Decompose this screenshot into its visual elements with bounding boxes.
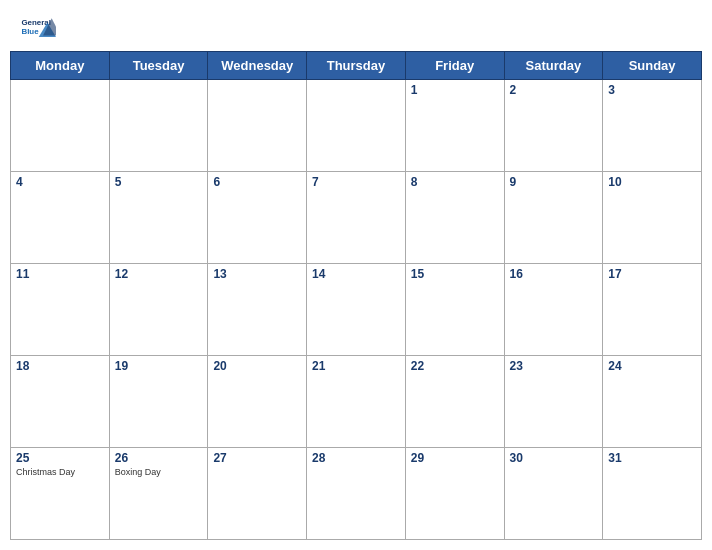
day-number: 13 <box>213 267 301 281</box>
calendar-cell: 14 <box>307 264 406 356</box>
calendar-cell: 12 <box>109 264 208 356</box>
day-number: 8 <box>411 175 499 189</box>
weekday-header-thursday: Thursday <box>307 52 406 80</box>
weekday-header-wednesday: Wednesday <box>208 52 307 80</box>
day-number: 2 <box>510 83 598 97</box>
day-number: 3 <box>608 83 696 97</box>
day-number: 31 <box>608 451 696 465</box>
calendar-cell: 7 <box>307 172 406 264</box>
calendar-cell: 29 <box>405 448 504 540</box>
calendar-cell: 5 <box>109 172 208 264</box>
calendar-header: General Blue <box>10 10 702 51</box>
day-number: 24 <box>608 359 696 373</box>
logo: General Blue <box>20 15 56 43</box>
calendar-cell: 1 <box>405 80 504 172</box>
calendar-cell: 15 <box>405 264 504 356</box>
day-number: 29 <box>411 451 499 465</box>
calendar-cell: 18 <box>11 356 110 448</box>
calendar-cell: 31 <box>603 448 702 540</box>
day-number: 1 <box>411 83 499 97</box>
day-number: 19 <box>115 359 203 373</box>
weekday-header-saturday: Saturday <box>504 52 603 80</box>
calendar-cell <box>11 80 110 172</box>
day-number: 16 <box>510 267 598 281</box>
svg-text:Blue: Blue <box>21 27 39 36</box>
calendar-cell: 16 <box>504 264 603 356</box>
weekday-header-sunday: Sunday <box>603 52 702 80</box>
calendar-cell: 28 <box>307 448 406 540</box>
holiday-label: Boxing Day <box>115 467 203 477</box>
calendar-cell: 23 <box>504 356 603 448</box>
day-number: 23 <box>510 359 598 373</box>
calendar-cell: 20 <box>208 356 307 448</box>
day-number: 10 <box>608 175 696 189</box>
calendar-cell: 10 <box>603 172 702 264</box>
day-number: 21 <box>312 359 400 373</box>
day-number: 30 <box>510 451 598 465</box>
calendar-cell: 25Christmas Day <box>11 448 110 540</box>
day-number: 22 <box>411 359 499 373</box>
day-number: 27 <box>213 451 301 465</box>
weekday-header-tuesday: Tuesday <box>109 52 208 80</box>
day-number: 26 <box>115 451 203 465</box>
calendar-cell: 19 <box>109 356 208 448</box>
day-number: 18 <box>16 359 104 373</box>
calendar-cell <box>208 80 307 172</box>
calendar-week-row: 25Christmas Day26Boxing Day2728293031 <box>11 448 702 540</box>
weekday-header-monday: Monday <box>11 52 110 80</box>
calendar-cell <box>307 80 406 172</box>
calendar-week-row: 123 <box>11 80 702 172</box>
calendar-cell: 27 <box>208 448 307 540</box>
weekday-header-friday: Friday <box>405 52 504 80</box>
day-number: 9 <box>510 175 598 189</box>
calendar-cell: 24 <box>603 356 702 448</box>
calendar-cell: 30 <box>504 448 603 540</box>
day-number: 25 <box>16 451 104 465</box>
calendar-table: MondayTuesdayWednesdayThursdayFridaySatu… <box>10 51 702 540</box>
calendar-cell: 4 <box>11 172 110 264</box>
day-number: 12 <box>115 267 203 281</box>
calendar-cell: 2 <box>504 80 603 172</box>
day-number: 15 <box>411 267 499 281</box>
calendar-week-row: 45678910 <box>11 172 702 264</box>
day-number: 17 <box>608 267 696 281</box>
day-number: 6 <box>213 175 301 189</box>
calendar-cell: 3 <box>603 80 702 172</box>
day-number: 4 <box>16 175 104 189</box>
day-number: 11 <box>16 267 104 281</box>
calendar-cell: 17 <box>603 264 702 356</box>
calendar-cell: 11 <box>11 264 110 356</box>
calendar-cell: 13 <box>208 264 307 356</box>
holiday-label: Christmas Day <box>16 467 104 477</box>
day-number: 28 <box>312 451 400 465</box>
weekday-header-row: MondayTuesdayWednesdayThursdayFridaySatu… <box>11 52 702 80</box>
calendar-cell: 21 <box>307 356 406 448</box>
day-number: 7 <box>312 175 400 189</box>
logo-icon: General Blue <box>20 15 56 43</box>
calendar-cell: 22 <box>405 356 504 448</box>
calendar-cell: 6 <box>208 172 307 264</box>
calendar-week-row: 11121314151617 <box>11 264 702 356</box>
day-number: 5 <box>115 175 203 189</box>
day-number: 20 <box>213 359 301 373</box>
day-number: 14 <box>312 267 400 281</box>
calendar-cell: 26Boxing Day <box>109 448 208 540</box>
calendar-cell <box>109 80 208 172</box>
calendar-cell: 8 <box>405 172 504 264</box>
calendar-week-row: 18192021222324 <box>11 356 702 448</box>
calendar-cell: 9 <box>504 172 603 264</box>
